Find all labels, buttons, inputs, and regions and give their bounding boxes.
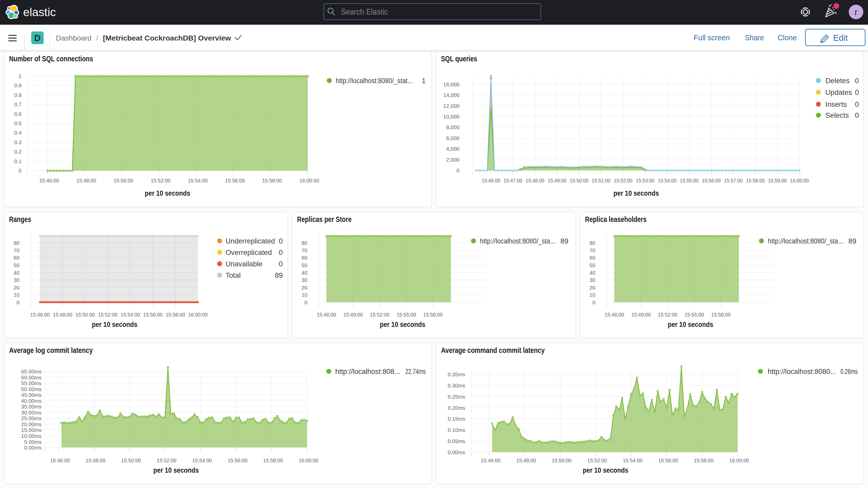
- svg-text:15:52:00: 15:52:00: [587, 457, 607, 463]
- svg-text:Average log commit latency: Average log commit latency: [9, 346, 93, 355]
- svg-text:70: 70: [13, 247, 20, 253]
- svg-text:15:54:00: 15:54:00: [658, 178, 677, 183]
- svg-text:20: 20: [13, 284, 20, 291]
- svg-text:0.00ms: 0.00ms: [24, 445, 41, 451]
- svg-text:50: 50: [302, 262, 307, 268]
- svg-text:22.74ms: 22.74ms: [405, 367, 426, 375]
- svg-text:Unavailable: Unavailable: [225, 260, 262, 268]
- svg-text:30: 30: [302, 277, 307, 283]
- svg-text:10,000: 10,000: [443, 114, 460, 120]
- svg-text:80: 80: [13, 240, 20, 246]
- svg-text:0.20ms: 0.20ms: [448, 405, 465, 411]
- svg-text:0: 0: [279, 260, 283, 268]
- svg-text:15:53:00: 15:53:00: [636, 178, 655, 183]
- svg-text:1: 1: [422, 77, 426, 85]
- svg-text:0.26ms: 0.26ms: [840, 367, 858, 375]
- svg-text:50.00ms: 50.00ms: [21, 386, 41, 392]
- svg-text:15:50:00: 15:50:00: [121, 457, 141, 463]
- svg-text:15:55:00: 15:55:00: [680, 178, 699, 183]
- svg-text:15:52:00: 15:52:00: [157, 457, 177, 463]
- svg-text:http://localhost:8080...: http://localhost:8080...: [768, 367, 836, 375]
- svg-text:15:52:00: 15:52:00: [151, 178, 170, 183]
- svg-text:15:55:00: 15:55:00: [397, 311, 416, 317]
- svg-text:20: 20: [302, 284, 307, 291]
- svg-text:Ranges: Ranges: [9, 215, 31, 223]
- svg-text:0.9: 0.9: [14, 82, 22, 88]
- svg-text:8,000: 8,000: [446, 124, 460, 130]
- svg-text:0.2: 0.2: [14, 149, 22, 155]
- svg-text:55.00ms: 55.00ms: [21, 380, 41, 386]
- svg-text:40.00ms: 40.00ms: [21, 398, 41, 404]
- svg-text:15:46:00: 15:46:00: [482, 178, 500, 183]
- svg-text:15:49:00: 15:49:00: [548, 178, 566, 183]
- svg-text:Share: Share: [745, 33, 764, 42]
- svg-text:15:50:00: 15:50:00: [114, 178, 133, 183]
- svg-text:SQL queries: SQL queries: [441, 55, 477, 63]
- svg-text:2,000: 2,000: [446, 157, 460, 163]
- svg-text:1: 1: [19, 73, 22, 79]
- svg-text:15:56:00: 15:56:00: [143, 311, 163, 317]
- svg-text:elastic: elastic: [23, 5, 56, 19]
- svg-text:D: D: [34, 33, 41, 43]
- svg-text:15:46:00: 15:46:00: [50, 457, 70, 463]
- svg-text:15:58:00: 15:58:00: [694, 457, 714, 463]
- svg-text:10.00ms: 10.00ms: [21, 433, 41, 439]
- svg-text:15:58:00: 15:58:00: [165, 311, 185, 317]
- svg-text:0.05ms: 0.05ms: [448, 438, 465, 444]
- svg-text:30.00ms: 30.00ms: [21, 409, 41, 416]
- svg-text:20.00ms: 20.00ms: [21, 421, 41, 427]
- svg-text:15:52:00: 15:52:00: [614, 178, 632, 183]
- svg-text:10: 10: [302, 292, 307, 298]
- svg-text:40: 40: [13, 270, 20, 276]
- svg-text:Clone: Clone: [778, 33, 797, 42]
- svg-text:80: 80: [589, 240, 595, 246]
- svg-text:15:50:00: 15:50:00: [570, 178, 588, 183]
- svg-text:16:00:00: 16:00:00: [299, 457, 318, 463]
- svg-text:Search Elastic: Search Elastic: [341, 7, 388, 17]
- svg-text:40: 40: [302, 270, 307, 276]
- svg-text:per 10 seconds: per 10 seconds: [614, 189, 659, 197]
- svg-text:Underreplicated: Underreplicated: [225, 237, 275, 245]
- svg-text:10: 10: [13, 292, 20, 298]
- svg-text:15:48:00: 15:48:00: [86, 457, 105, 463]
- svg-text:15:56:00: 15:56:00: [228, 457, 247, 463]
- svg-text:16:00:00: 16:00:00: [299, 178, 319, 183]
- svg-text:r: r: [855, 7, 858, 17]
- svg-text:16:00:00: 16:00:00: [790, 178, 809, 183]
- svg-text:Replicas per Store: Replicas per Store: [297, 215, 352, 223]
- svg-text:89: 89: [560, 237, 568, 245]
- svg-text:15:46:00: 15:46:00: [605, 311, 624, 317]
- svg-text:0: 0: [19, 167, 22, 174]
- svg-text:Dashboard: Dashboard: [56, 34, 91, 42]
- svg-text:65.00ms: 65.00ms: [21, 368, 41, 374]
- svg-text:15:58:00: 15:58:00: [711, 311, 731, 317]
- svg-text:per 10 seconds: per 10 seconds: [153, 466, 199, 474]
- svg-text:15:52:00: 15:52:00: [370, 311, 389, 317]
- svg-text:0.1: 0.1: [14, 158, 22, 164]
- svg-text:16:00:00: 16:00:00: [188, 311, 208, 317]
- svg-text:Number of SQL connections: Number of SQL connections: [9, 55, 93, 63]
- svg-text:0: 0: [279, 248, 283, 256]
- svg-text:15:58:00: 15:58:00: [423, 311, 442, 317]
- svg-text:per 10 seconds: per 10 seconds: [668, 321, 713, 329]
- svg-text:15:58:00: 15:58:00: [262, 178, 282, 183]
- svg-text:15:50:00: 15:50:00: [552, 457, 571, 463]
- svg-text:70: 70: [589, 247, 595, 253]
- svg-text:30: 30: [589, 277, 595, 283]
- svg-text:15:46:00: 15:46:00: [39, 178, 59, 183]
- svg-text:0.6: 0.6: [14, 111, 22, 117]
- svg-text:0: 0: [305, 299, 307, 305]
- svg-text:/: /: [96, 34, 98, 42]
- svg-text:0.10ms: 0.10ms: [448, 427, 465, 433]
- svg-text:per 10 seconds: per 10 seconds: [583, 466, 628, 474]
- svg-text:0.5: 0.5: [14, 120, 22, 126]
- svg-text:80: 80: [302, 240, 307, 246]
- svg-text:60: 60: [589, 255, 595, 261]
- svg-text:Updates: Updates: [826, 88, 852, 96]
- svg-text:15:49:00: 15:49:00: [343, 311, 363, 317]
- svg-text:15:54:00: 15:54:00: [121, 311, 140, 317]
- svg-text:15:46:00: 15:46:00: [30, 311, 50, 317]
- svg-text:0.15ms: 0.15ms: [448, 416, 465, 422]
- svg-text:0.30ms: 0.30ms: [448, 383, 465, 389]
- svg-text:Inserts: Inserts: [826, 100, 847, 109]
